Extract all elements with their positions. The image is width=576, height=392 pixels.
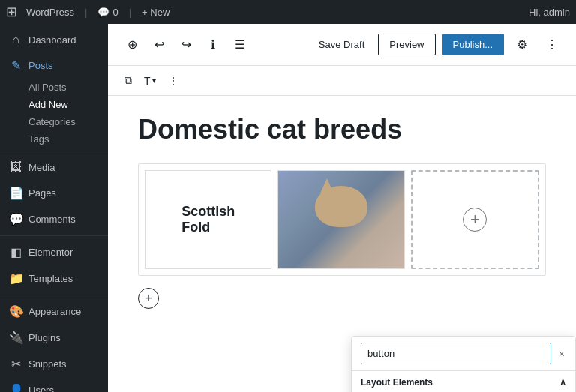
new-post-link[interactable]: + New bbox=[142, 7, 170, 18]
inserter-dropdown: × Layout Elements ∧ bbox=[351, 336, 576, 392]
wp-logo-icon[interactable]: ⊞ bbox=[6, 4, 17, 20]
sidebar-item-categories[interactable]: Categories bbox=[0, 113, 108, 130]
sidebar-item-add-new[interactable]: Add New bbox=[0, 96, 108, 113]
text-icon: T bbox=[144, 75, 151, 87]
snippets-icon: ✂ bbox=[9, 357, 22, 371]
comments-nav-icon: 💬 bbox=[9, 212, 22, 226]
sidebar-item-snippets[interactable]: ✂ Snippets bbox=[0, 351, 108, 377]
gallery-item-1[interactable]: ScottishFold bbox=[145, 170, 272, 269]
sidebar-label-posts: Posts bbox=[28, 60, 53, 71]
separator-2: | bbox=[129, 7, 131, 18]
inserter-section-header[interactable]: Layout Elements ∧ bbox=[361, 377, 566, 388]
sidebar-section-media: 🖼 Media 📄 Pages 💬 Comments bbox=[0, 151, 108, 232]
block-layers-icon: ⧉ bbox=[124, 74, 132, 87]
sidebar-section-appearance: 🎨 Appearance 🔌 Plugins ✂ Snippets 👤 User… bbox=[0, 295, 108, 392]
more-options-block-button[interactable]: ⋮ bbox=[164, 72, 183, 90]
save-draft-button[interactable]: Save Draft bbox=[311, 34, 372, 55]
inserter-search-input[interactable] bbox=[361, 343, 551, 364]
sidebar-item-dashboard[interactable]: ⌂ Dashboard bbox=[0, 27, 108, 52]
separator-1: | bbox=[85, 7, 87, 18]
sidebar-label-media: Media bbox=[28, 162, 55, 173]
sidebar-label-templates: Templates bbox=[28, 273, 73, 284]
pages-icon: 📄 bbox=[9, 186, 22, 200]
toolbar-left: ⊕ ↩ ↪ ℹ ☰ bbox=[120, 33, 252, 57]
sidebar-item-templates[interactable]: 📁 Templates bbox=[0, 265, 108, 292]
add-block-below-button[interactable]: + bbox=[138, 288, 159, 309]
toolbar-right: Save Draft Preview Publish... ⚙ ⋮ bbox=[311, 33, 564, 57]
sidebar-label-appearance: Appearance bbox=[28, 306, 81, 317]
editor-area: ⊕ ↩ ↪ ℹ ☰ Save Draft Preview Publish... … bbox=[108, 24, 576, 392]
sidebar-label-plugins: Plugins bbox=[28, 332, 61, 343]
sidebar-item-all-posts[interactable]: All Posts bbox=[0, 79, 108, 96]
comment-count: 0 bbox=[112, 7, 118, 18]
tags-label: Tags bbox=[28, 133, 49, 145]
media-icon: 🖼 bbox=[9, 160, 22, 174]
sidebar: ⌂ Dashboard ✎ Posts All Posts Add New Ca… bbox=[0, 24, 108, 392]
cat-image bbox=[278, 171, 404, 268]
add-new-label: Add New bbox=[28, 99, 68, 110]
inserter-search-area: × bbox=[352, 337, 575, 371]
inserter-clear-button[interactable]: × bbox=[557, 346, 566, 361]
templates-icon: 📁 bbox=[9, 271, 22, 286]
chevron-down-icon: ▾ bbox=[152, 76, 156, 85]
list-view-button[interactable]: ☰ bbox=[228, 33, 252, 57]
sidebar-label-elementor: Elementor bbox=[28, 247, 73, 258]
gallery-item-2[interactable] bbox=[278, 170, 404, 269]
admin-greeting: Hi, admin bbox=[529, 7, 570, 18]
admin-bar: ⊞ WordPress | 💬 0 | + New Hi, admin bbox=[0, 0, 576, 24]
all-posts-label: All Posts bbox=[28, 82, 67, 93]
sidebar-item-plugins[interactable]: 🔌 Plugins bbox=[0, 325, 108, 351]
categories-label: Categories bbox=[28, 116, 76, 127]
site-name[interactable]: WordPress bbox=[26, 7, 74, 18]
sidebar-label-users: Users bbox=[28, 385, 54, 392]
preview-button[interactable]: Preview bbox=[378, 34, 435, 55]
sidebar-item-comments[interactable]: 💬 Comments bbox=[0, 206, 108, 232]
main-layout: ⌂ Dashboard ✎ Posts All Posts Add New Ca… bbox=[0, 24, 576, 392]
sidebar-label-dashboard: Dashboard bbox=[28, 34, 76, 46]
text-format-button[interactable]: T ▾ bbox=[140, 72, 160, 90]
sidebar-item-pages[interactable]: 📄 Pages bbox=[0, 180, 108, 206]
posts-icon: ✎ bbox=[9, 58, 22, 73]
sidebar-item-media[interactable]: 🖼 Media bbox=[0, 154, 108, 180]
post-title[interactable]: Domestic cat breeds bbox=[138, 114, 546, 145]
block-toolbar: ⧉ T ▾ ⋮ bbox=[108, 66, 576, 96]
plugins-icon: 🔌 bbox=[9, 331, 22, 345]
gallery-item-1-text: ScottishFold bbox=[176, 198, 241, 241]
sidebar-item-appearance[interactable]: 🎨 Appearance bbox=[0, 298, 108, 325]
users-icon: 👤 bbox=[9, 383, 22, 392]
comments-link[interactable]: 💬 0 bbox=[98, 7, 118, 18]
editor-content: Domestic cat breeds ScottishFold + + bbox=[108, 96, 576, 392]
gallery-item-add[interactable]: + bbox=[411, 170, 539, 269]
sidebar-label-comments: Comments bbox=[28, 214, 76, 225]
inserter-layout-section: Layout Elements ∧ Button bbox=[352, 371, 575, 392]
add-item-icon: + bbox=[463, 208, 487, 232]
undo-button[interactable]: ↩ bbox=[147, 33, 171, 57]
sidebar-item-posts[interactable]: ✎ Posts bbox=[0, 52, 108, 79]
sidebar-item-users[interactable]: 👤 Users bbox=[0, 377, 108, 392]
settings-button[interactable]: ⚙ bbox=[510, 33, 534, 57]
appearance-icon: 🎨 bbox=[9, 304, 22, 319]
sidebar-item-tags[interactable]: Tags bbox=[0, 130, 108, 148]
sidebar-item-elementor[interactable]: ◧ Elementor bbox=[0, 239, 108, 265]
inserter-section-label: Layout Elements bbox=[361, 377, 433, 388]
sidebar-label-pages: Pages bbox=[28, 187, 56, 199]
gallery-block: ScottishFold + bbox=[138, 163, 546, 276]
info-button[interactable]: ℹ bbox=[201, 33, 225, 57]
sidebar-section-elementor: ◧ Elementor 📁 Templates bbox=[0, 235, 108, 292]
new-label: + New bbox=[142, 7, 170, 18]
block-type-switcher[interactable]: ⧉ bbox=[120, 71, 136, 90]
comment-bubble-icon: 💬 bbox=[98, 7, 110, 18]
sidebar-label-snippets: Snippets bbox=[28, 358, 67, 370]
redo-button[interactable]: ↪ bbox=[174, 33, 198, 57]
dashboard-icon: ⌂ bbox=[9, 33, 22, 46]
elementor-icon: ◧ bbox=[9, 245, 22, 259]
add-block-toolbar-button[interactable]: ⊕ bbox=[120, 33, 144, 57]
inserter-section-collapse-icon: ∧ bbox=[560, 377, 566, 388]
editor-toolbar: ⊕ ↩ ↪ ℹ ☰ Save Draft Preview Publish... … bbox=[108, 24, 576, 66]
publish-button[interactable]: Publish... bbox=[442, 34, 504, 55]
options-button[interactable]: ⋮ bbox=[540, 33, 564, 57]
